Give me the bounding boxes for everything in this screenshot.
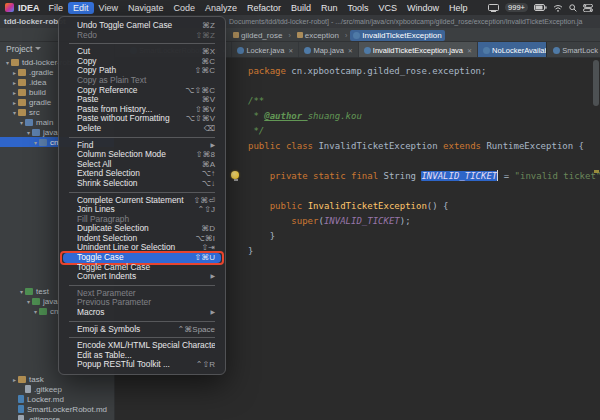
control-center-icon[interactable] [583, 4, 593, 12]
wifi-icon[interactable] [553, 4, 563, 12]
tree-item-gitignore[interactable]: .gitignore [0, 414, 114, 420]
code-line[interactable]: * @author shuang.kou [248, 109, 590, 124]
tree-toggle-icon[interactable]: ▸ [11, 89, 18, 96]
tree-toggle-icon[interactable]: ▾ [25, 298, 32, 305]
edit-menu-item-paste-without-formatting[interactable]: Paste without Formatting⌥⇧⌘V [63, 114, 221, 124]
close-icon[interactable]: ✕ [467, 47, 472, 54]
edit-menu-item-emoji-symbols[interactable]: Emoji & Symbols⌃⌘Space [63, 325, 221, 335]
edit-menu-item-cut[interactable]: Cut⌘X [63, 47, 221, 57]
code-line[interactable]: private static final String INVALID_TICK… [248, 169, 590, 184]
code-line[interactable]: } [248, 244, 590, 259]
code-line[interactable]: public class InvalidTicketException exte… [248, 139, 590, 154]
menubar-item-help[interactable]: Help [444, 2, 473, 14]
code-line[interactable] [248, 79, 590, 94]
tree-toggle-icon[interactable]: ▾ [11, 109, 18, 116]
edit-menu-item-delete[interactable]: Delete⌫ [63, 124, 221, 134]
breadcrumb-gilded-rose[interactable]: gilded_rose [230, 30, 285, 41]
edit-menu-item-column-selection-mode[interactable]: Column Selection Mode⇧⌘8 [63, 150, 221, 160]
edit-menu-item-copy-as-plain-text[interactable]: Copy as Plain Text [63, 76, 221, 86]
code-line[interactable]: public InvalidTicketException() { [248, 199, 590, 214]
menubar-item-navigate[interactable]: Navigate [123, 2, 169, 14]
code-line[interactable] [248, 154, 590, 169]
menubar-item-analyze[interactable]: Analyze [200, 2, 242, 14]
edit-menu-item-paste-from-history[interactable]: Paste from History...⇧⌘V [63, 105, 221, 115]
tree-toggle-icon[interactable]: ▾ [25, 129, 32, 136]
edit-menu-item-copy-path[interactable]: Copy Path⇧⌘C [63, 66, 221, 76]
close-icon[interactable]: ✕ [348, 47, 353, 54]
tab-map-java[interactable]: Map.java✕ [299, 42, 358, 58]
tree-item-gitkeep[interactable]: .gitkeep [0, 384, 114, 394]
tree-toggle-icon[interactable]: ▾ [18, 288, 25, 295]
menubar-item-run[interactable]: Run [316, 2, 343, 14]
edit-menu-item-copy-reference[interactable]: Copy Reference⌥⇧⌘C [63, 86, 221, 96]
menubar-item-file[interactable]: File [44, 2, 69, 14]
menubar-item-vcs[interactable]: VCS [374, 2, 403, 14]
editor-scrollbar[interactable] [592, 58, 600, 420]
edit-menu-item-encode-xml-html-special-characters[interactable]: Encode XML/HTML Special Characters [63, 341, 221, 351]
folder-src-icon [25, 119, 33, 126]
edit-menu-item-redo[interactable]: Redo⇧⌘Z [63, 31, 221, 41]
menu-item-label: Copy [77, 57, 193, 67]
intention-bulb-icon[interactable] [231, 171, 240, 181]
tree-toggle-icon[interactable]: ▸ [11, 376, 18, 383]
tree-item-locker-md[interactable]: Locker.md [0, 394, 114, 404]
menubar-item-view[interactable]: View [94, 2, 123, 14]
tab-locker-java[interactable]: Locker.java✕ [232, 42, 299, 58]
scrollbar-thumb[interactable] [593, 60, 599, 106]
edit-menu-item-duplicate-selection[interactable]: Duplicate Selection⌘D [63, 224, 221, 234]
menubar-item-tools[interactable]: Tools [343, 2, 374, 14]
code-line[interactable]: } [248, 229, 590, 244]
edit-menu-item-edit-as-table[interactable]: Edit as Table... [63, 351, 221, 361]
code-line[interactable] [248, 184, 590, 199]
edit-menu-item-join-lines[interactable]: Join Lines⌃⇧J [63, 205, 221, 215]
edit-menu-item-previous-parameter[interactable]: Previous Parameter [63, 298, 221, 308]
menubar-item-edit[interactable]: Edit [68, 2, 94, 14]
menubar-item-code[interactable]: Code [168, 2, 200, 14]
tab-invalidticketexception-java[interactable]: InvalidTicketException.java✕ [359, 42, 478, 58]
code-line[interactable]: package cn.xpbootcamp.gilded_rose.except… [248, 64, 590, 79]
edit-menu-item-convert-indents[interactable]: Convert Indents▶ [63, 272, 221, 282]
tree-toggle-icon[interactable]: ▸ [11, 69, 18, 76]
tree-item-smartlockerrobot-md[interactable]: SmartLockerRobot.md [0, 404, 114, 414]
edit-menu-item-macros[interactable]: Macros▶ [63, 308, 221, 318]
edit-menu-item-toggle-camel-case[interactable]: Toggle Camel Case [63, 263, 221, 273]
edit-menu-item-unindent-line-or-selection[interactable]: Unindent Line or Selection⇧⇥ [63, 243, 221, 253]
edit-menu-item-shrink-selection[interactable]: Shrink Selection⌥↓ [63, 179, 221, 189]
edit-menu-item-extend-selection[interactable]: Extend Selection⌥↑ [63, 169, 221, 179]
code-line[interactable]: super(INVALID_TICKET); [248, 214, 590, 229]
edit-menu-item-undo-toggle-camel-case[interactable]: Undo Toggle Camel Case⌘Z [63, 21, 221, 31]
edit-menu-item-toggle-case[interactable]: Toggle Case⇧⌘U [63, 253, 221, 263]
menubar-item-build[interactable]: Build [286, 2, 316, 14]
edit-menu-item-find[interactable]: Find▶ [63, 141, 221, 151]
code-line[interactable]: */ [248, 124, 590, 139]
edit-menu-item-indent-selection[interactable]: Indent Selection⌥⌘I [63, 234, 221, 244]
close-icon[interactable]: ✕ [288, 47, 293, 54]
menubar-item-refactor[interactable]: Refactor [242, 2, 286, 14]
code-line[interactable]: /** [248, 94, 590, 109]
edit-menu-item-next-parameter[interactable]: Next Parameter [63, 289, 221, 299]
tree-toggle-icon[interactable]: ▾ [32, 308, 39, 315]
intellij-logo-icon[interactable] [5, 3, 14, 12]
edit-menu-item-select-all[interactable]: Select All⌘A [63, 160, 221, 170]
edit-menu-item-copy[interactable]: Copy⌘C [63, 57, 221, 67]
tree-toggle-icon[interactable]: ▾ [4, 59, 11, 66]
edit-menu-item-paste[interactable]: Paste⌘V [63, 95, 221, 105]
app-menu-title[interactable]: IDEA [18, 3, 40, 13]
tree-toggle-icon[interactable]: ▸ [11, 79, 18, 86]
edit-menu-item-complete-current-statement[interactable]: Complete Current Statement⇧⌘⏎ [63, 196, 221, 206]
tree-toggle-icon[interactable]: ▸ [11, 99, 18, 106]
error-stripe-mark[interactable] [594, 170, 599, 173]
edit-menu-item-fill-paragraph[interactable]: Fill Paragraph [63, 215, 221, 225]
menubar-item-window[interactable]: Window [402, 2, 444, 14]
display-icon[interactable] [488, 4, 499, 12]
edit-menu-item-popup-restful-toolkit[interactable]: Popup RESTful Toolkit ...⌃⇧R [63, 360, 221, 370]
search-icon[interactable] [569, 4, 577, 12]
tab-smartlock-partial[interactable]: SmartLock [546, 42, 600, 58]
notification-badge[interactable]: 999+ [505, 3, 528, 12]
tree-item-task[interactable]: ▸task [0, 374, 114, 384]
tree-toggle-icon[interactable]: ▾ [32, 139, 39, 146]
breadcrumb-exception[interactable]: exception [294, 30, 342, 41]
tree-toggle-icon[interactable]: ▾ [18, 119, 25, 126]
breadcrumb-invalidticketexception[interactable]: InvalidTicketException [350, 30, 444, 41]
battery-icon[interactable] [534, 4, 547, 11]
